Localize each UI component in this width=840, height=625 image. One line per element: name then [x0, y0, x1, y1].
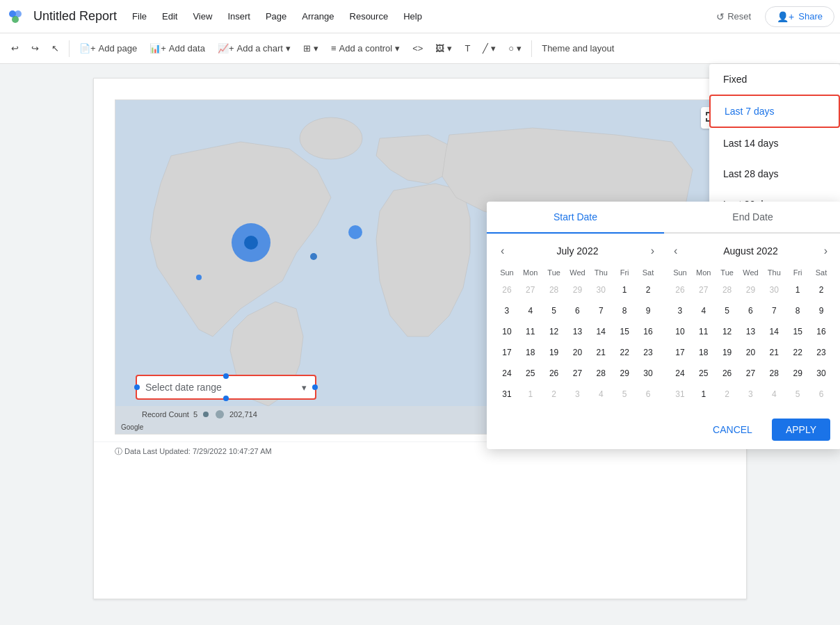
add-scorecard-button[interactable]: ⊞ ▾	[298, 40, 324, 56]
calendar-day[interactable]: 2	[809, 279, 833, 300]
calendar-day[interactable]: 2	[636, 279, 660, 300]
calendar-day[interactable]: 31	[495, 384, 519, 405]
calendar-day[interactable]: 1	[786, 279, 809, 300]
next-month2-button[interactable]: ›	[818, 242, 833, 260]
calendar-day[interactable]: 1	[692, 384, 716, 405]
calendar-day[interactable]: 19	[542, 342, 566, 363]
calendar-day[interactable]: 20	[739, 342, 763, 363]
calendar-day[interactable]: 4	[519, 300, 542, 321]
prev-month2-button[interactable]: ‹	[668, 242, 683, 260]
menu-file[interactable]: File	[125, 8, 154, 24]
calendar-day[interactable]: 31	[668, 384, 692, 405]
calendar-day[interactable]: 8	[613, 300, 636, 321]
resize-handle-top[interactable]	[223, 373, 229, 379]
image-button[interactable]: 🖼 ▾	[430, 40, 458, 56]
menu-resource[interactable]: Resource	[343, 8, 396, 24]
dropdown-item-fixed[interactable]: Fixed	[709, 64, 840, 95]
calendar-day[interactable]: 19	[716, 342, 739, 363]
next-month-button[interactable]: ›	[645, 242, 660, 260]
add-control-button[interactable]: ≡ Add a control ▾	[325, 40, 405, 56]
cancel-button[interactable]: CANCEL	[699, 419, 766, 441]
apply-button[interactable]: APPLY	[772, 419, 830, 441]
calendar-day[interactable]: 18	[519, 342, 542, 363]
resize-handle-bottom[interactable]	[223, 396, 229, 401]
calendar-day[interactable]: 4	[589, 384, 613, 405]
add-page-button[interactable]: 📄+ Add page	[74, 40, 143, 56]
calendar-day[interactable]: 4	[692, 300, 716, 321]
calendar-day[interactable]: 7	[762, 300, 786, 321]
add-data-button[interactable]: 📊+ Add data	[144, 40, 211, 56]
tab-start-date[interactable]: Start Date	[487, 202, 664, 234]
calendar-day[interactable]: 21	[589, 342, 613, 363]
calendar-day[interactable]: 1	[613, 279, 636, 300]
reset-button[interactable]: ↺ Reset	[708, 7, 759, 26]
calendar-day[interactable]: 14	[762, 321, 786, 342]
calendar-day[interactable]: 3	[566, 384, 590, 405]
calendar-day[interactable]: 20	[566, 342, 590, 363]
calendar-day[interactable]: 30	[636, 363, 660, 384]
calendar-day[interactable]: 11	[519, 321, 542, 342]
calendar-day[interactable]: 1	[519, 384, 542, 405]
calendar-day[interactable]: 5	[542, 300, 566, 321]
line-button[interactable]: ╱ ▾	[477, 40, 501, 56]
calendar-day[interactable]: 25	[692, 363, 716, 384]
menu-help[interactable]: Help	[396, 8, 429, 24]
calendar-day[interactable]: 26	[495, 279, 519, 300]
calendar-day[interactable]: 12	[542, 321, 566, 342]
calendar-day[interactable]: 30	[809, 363, 833, 384]
date-range-control[interactable]: Select date range ▾	[136, 375, 316, 400]
calendar-day[interactable]: 26	[542, 363, 566, 384]
text-button[interactable]: T	[459, 40, 476, 56]
calendar-day[interactable]: 3	[739, 384, 763, 405]
resize-handle-left[interactable]	[134, 384, 140, 390]
calendar-day[interactable]: 7	[589, 300, 613, 321]
calendar-day[interactable]: 17	[495, 342, 519, 363]
calendar-day[interactable]: 27	[566, 363, 590, 384]
calendar-day[interactable]: 28	[716, 279, 739, 300]
share-button[interactable]: 👤+ Share	[765, 6, 834, 27]
calendar-day[interactable]: 9	[809, 300, 833, 321]
calendar-day[interactable]: 18	[692, 342, 716, 363]
calendar-day[interactable]: 6	[809, 384, 833, 405]
calendar-day[interactable]: 6	[636, 384, 660, 405]
calendar-day[interactable]: 22	[613, 342, 636, 363]
select-tool-button[interactable]: ↖	[46, 40, 65, 56]
calendar-day[interactable]: 24	[668, 363, 692, 384]
calendar-day[interactable]: 10	[495, 321, 519, 342]
calendar-day[interactable]: 26	[716, 363, 739, 384]
calendar-day[interactable]: 5	[716, 300, 739, 321]
calendar-day[interactable]: 5	[786, 384, 809, 405]
calendar-day[interactable]: 8	[786, 300, 809, 321]
calendar-day[interactable]: 16	[809, 321, 833, 342]
calendar-day[interactable]: 29	[566, 279, 590, 300]
calendar-day[interactable]: 23	[809, 342, 833, 363]
resize-handle-right[interactable]	[312, 384, 318, 390]
calendar-day[interactable]: 16	[636, 321, 660, 342]
redo-button[interactable]: ↪	[26, 40, 45, 56]
calendar-day[interactable]: 28	[762, 363, 786, 384]
undo-button[interactable]: ↩	[6, 40, 24, 56]
calendar-day[interactable]: 2	[542, 384, 566, 405]
calendar-day[interactable]: 23	[636, 342, 660, 363]
shape-button[interactable]: ○ ▾	[503, 40, 527, 56]
calendar-day[interactable]: 27	[739, 363, 763, 384]
dropdown-item-last14[interactable]: Last 14 days	[709, 128, 840, 159]
calendar-day[interactable]: 28	[589, 363, 613, 384]
calendar-day[interactable]: 22	[786, 342, 809, 363]
menu-insert[interactable]: Insert	[220, 8, 257, 24]
calendar-day[interactable]: 6	[566, 300, 590, 321]
calendar-day[interactable]: 24	[495, 363, 519, 384]
calendar-day[interactable]: 4	[762, 384, 786, 405]
calendar-day[interactable]: 14	[589, 321, 613, 342]
calendar-day[interactable]: 27	[692, 279, 716, 300]
calendar-day[interactable]: 27	[519, 279, 542, 300]
calendar-day[interactable]: 21	[762, 342, 786, 363]
menu-arrange[interactable]: Arrange	[295, 8, 341, 24]
menu-page[interactable]: Page	[259, 8, 293, 24]
calendar-day[interactable]: 3	[668, 300, 692, 321]
calendar-day[interactable]: 29	[739, 279, 763, 300]
calendar-day[interactable]: 30	[762, 279, 786, 300]
calendar-day[interactable]: 3	[495, 300, 519, 321]
calendar-day[interactable]: 6	[739, 300, 763, 321]
calendar-day[interactable]: 30	[589, 279, 613, 300]
